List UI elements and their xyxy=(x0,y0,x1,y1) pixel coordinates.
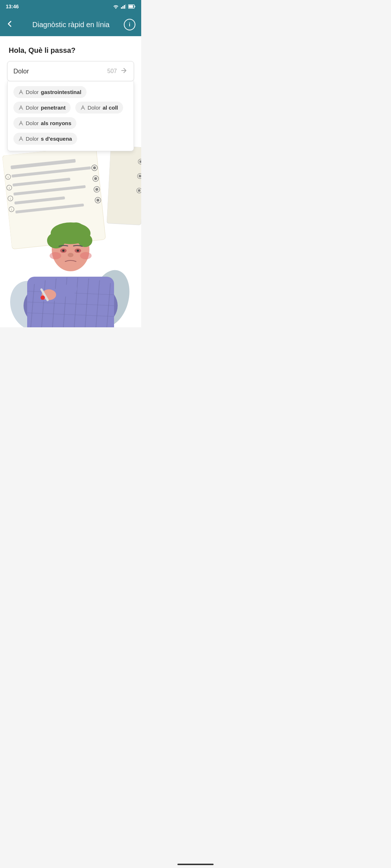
signal-icon xyxy=(121,4,126,9)
search-input[interactable] xyxy=(13,68,107,75)
svg-point-61 xyxy=(62,250,64,252)
suggestion-prefix-3: Dolor xyxy=(88,105,101,111)
sick-person-illustration xyxy=(9,183,132,327)
suggestion-icon-5 xyxy=(18,136,24,141)
svg-rect-2 xyxy=(124,5,125,9)
main-content: Hola, Què li passa? 507 Dolor gastrointe… xyxy=(0,36,141,327)
suggestion-bold-4: als ronyons xyxy=(41,120,71,126)
svg-point-65 xyxy=(68,253,73,257)
suggestion-prefix-2: Dolor xyxy=(26,105,39,111)
info-button[interactable]: i xyxy=(124,19,135,30)
greeting-text: Hola, Què li passa? xyxy=(0,36,141,61)
suggestion-icon-1 xyxy=(18,90,24,95)
svg-point-62 xyxy=(77,250,79,252)
svg-point-63 xyxy=(50,252,61,259)
svg-point-69 xyxy=(41,295,45,300)
suggestions-dropdown: Dolor gastrointestinal Dolor penetrant D… xyxy=(7,81,134,151)
battery-icon xyxy=(128,4,135,9)
suggestion-item-1[interactable]: Dolor gastrointestinal xyxy=(13,86,87,98)
suggestion-item-5[interactable]: Dolors d'esquena xyxy=(13,133,77,145)
illustration-area: i i i i xyxy=(0,146,141,327)
suggestion-item-3[interactable]: Dolor al coll xyxy=(75,102,123,114)
suggestion-prefix-4: Dolor xyxy=(26,120,39,126)
suggestion-icon-4 xyxy=(18,121,24,126)
status-bar: 13:46 xyxy=(0,0,141,13)
status-icons xyxy=(113,4,135,9)
suggestion-bold-3: al coll xyxy=(103,105,118,111)
svg-rect-0 xyxy=(121,7,122,9)
svg-point-64 xyxy=(80,252,92,259)
suggestion-bold-2: penetrant xyxy=(41,105,66,111)
svg-point-56 xyxy=(78,234,92,247)
suggestion-bold-1: gastrointestinal xyxy=(41,89,81,95)
svg-point-58 xyxy=(68,222,84,237)
back-button[interactable] xyxy=(6,20,14,29)
wifi-icon xyxy=(113,4,119,9)
page-title: Diagnòstic ràpid en línia xyxy=(18,21,124,29)
suggestion-icon-2 xyxy=(18,105,24,110)
search-count: 507 xyxy=(107,68,117,75)
search-arrow-icon[interactable] xyxy=(120,67,128,76)
suggestion-icon-3 xyxy=(80,105,85,110)
svg-rect-5 xyxy=(129,5,133,8)
suggestion-bold-5: s d'esquena xyxy=(41,136,72,142)
svg-rect-3 xyxy=(125,4,126,9)
suggestion-item-2[interactable]: Dolor penetrant xyxy=(13,102,71,114)
search-container: 507 Dolor gastrointestinal xyxy=(7,61,134,81)
suggestion-prefix-1: Dolor xyxy=(26,89,39,95)
suggestion-prefix-5: Dolor xyxy=(26,136,39,142)
svg-rect-6 xyxy=(135,6,135,7)
search-box: 507 xyxy=(7,61,134,81)
svg-rect-1 xyxy=(122,6,123,9)
status-time: 13:46 xyxy=(6,4,19,9)
suggestion-item-4[interactable]: Dolor als ronyons xyxy=(13,117,76,129)
app-header: Diagnòstic ràpid en línia i xyxy=(0,13,141,36)
